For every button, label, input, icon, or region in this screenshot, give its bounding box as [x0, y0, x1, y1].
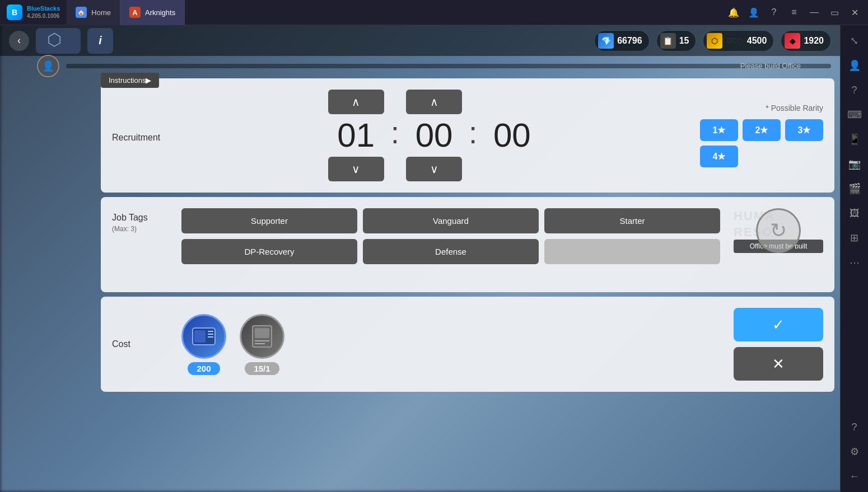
- minutes-value: 00: [406, 119, 462, 152]
- tags-grid: Supporter Vanguard Starter DP-Recovery D…: [181, 208, 720, 264]
- main-content: Instructions▶ Recruitment ∧ 01 ∨ : ∧ 00 …: [101, 78, 834, 481]
- tab-arknights[interactable]: A Arknights: [120, 0, 185, 25]
- tag-supporter-btn[interactable]: Supporter: [181, 208, 357, 233]
- notification-btn[interactable]: 🔔: [725, 3, 743, 21]
- tab-arknights-label: Arknights: [145, 8, 175, 17]
- timer-display: ∧ 01 ∨ : ∧ 00 ∨ : 00: [181, 90, 687, 181]
- restore-btn[interactable]: ▭: [825, 3, 843, 21]
- minutes-up-btn[interactable]: ∧: [406, 90, 462, 114]
- game-home-btn[interactable]: [36, 28, 81, 54]
- game-info-btn[interactable]: i: [87, 28, 113, 54]
- minimize-btn[interactable]: —: [805, 3, 823, 21]
- recruitment-label-group: Recruitment: [112, 128, 168, 143]
- confirm-icon: ✓: [772, 316, 785, 334]
- cancel-icon: ✕: [772, 355, 785, 373]
- action-buttons: ✓ ✕: [734, 308, 823, 381]
- bs-app-icon: B: [7, 4, 22, 20]
- keyboard-btn[interactable]: ⌨: [843, 104, 866, 126]
- player-avatar: 👤: [37, 55, 59, 77]
- cost-label: Cost: [112, 339, 168, 349]
- jobtags-sublabel: (Max: 3): [112, 225, 168, 233]
- sanity-value: 66796: [617, 36, 642, 46]
- hours-up-btn[interactable]: ∧: [328, 90, 384, 114]
- ticket-icon: [181, 314, 226, 359]
- recruit-icon: 📋: [660, 33, 676, 49]
- help-btn[interactable]: ?: [765, 3, 783, 21]
- tab-home-label: Home: [91, 8, 111, 17]
- tag-empty-slot: [544, 239, 720, 264]
- exp-bar: [66, 64, 831, 68]
- minutes-down-btn[interactable]: ∨: [406, 157, 462, 181]
- gem-icon: ◆: [785, 33, 800, 49]
- jobtags-panel: Job Tags (Max: 3) Supporter Vanguard Sta…: [101, 197, 834, 292]
- recruit-resource: 📋 15: [656, 30, 697, 51]
- rarity-4star-btn[interactable]: 4★: [700, 146, 738, 167]
- sidebar-settings-btn[interactable]: ⚙: [843, 441, 866, 463]
- tag-starter-btn[interactable]: Starter: [544, 208, 720, 233]
- cost-items: 200 15/1: [181, 314, 720, 375]
- cost-item-ticket: 200: [181, 314, 226, 375]
- tag-vanguard-btn[interactable]: Vanguard: [363, 208, 539, 233]
- sidebar-question-btn[interactable]: ?: [843, 416, 866, 438]
- permit-icon: [240, 314, 284, 359]
- hr-refresh-icon[interactable]: [756, 208, 801, 253]
- colon-1: :: [391, 115, 399, 151]
- cancel-button[interactable]: ✕: [734, 347, 823, 381]
- more-btn[interactable]: ⋯: [843, 251, 866, 274]
- progress-area: 👤 Please build Office: [28, 56, 840, 76]
- close-btn[interactable]: ✕: [846, 3, 864, 21]
- please-build-text: Please build Office: [740, 62, 801, 70]
- tag-dp-recovery-btn[interactable]: DP-Recovery: [181, 239, 357, 264]
- layers-btn[interactable]: ⊞: [843, 227, 866, 249]
- hours-down-btn[interactable]: ∨: [328, 157, 384, 181]
- orundum-resource: ⬡ DC⬡ 4500: [703, 30, 774, 51]
- rarity-1star-btn[interactable]: 1★: [700, 119, 738, 141]
- recruit-value: 15: [679, 36, 689, 46]
- window-controls: 🔔 👤 ? ≡ — ▭ ✕: [725, 3, 868, 21]
- seconds-value: 00: [484, 119, 540, 152]
- recruitment-label: Recruitment: [112, 133, 168, 143]
- ticket-value: 200: [188, 362, 220, 375]
- cost-panel: Cost 200: [101, 297, 834, 392]
- colon-2: :: [469, 115, 477, 151]
- sidebar-account-btn[interactable]: 👤: [843, 54, 866, 77]
- record-btn[interactable]: 🎬: [843, 177, 866, 200]
- rarity-title: * Possible Rarity: [700, 104, 823, 113]
- jobtags-label: Job Tags: [112, 213, 168, 223]
- screenshot-btn[interactable]: 📷: [843, 153, 866, 175]
- tab-home[interactable]: 🏠 Home: [67, 0, 120, 25]
- sidebar-back-btn[interactable]: ←: [843, 465, 866, 488]
- mobile-view-btn[interactable]: 📱: [843, 128, 866, 151]
- hr-icon-area: HUMARESO Office must be built: [734, 208, 823, 253]
- minutes-group: ∧ 00 ∨: [406, 90, 462, 181]
- permit-value: 15/1: [245, 362, 279, 375]
- gallery-btn[interactable]: 🖼: [843, 202, 866, 224]
- game-back-btn[interactable]: ‹: [9, 31, 29, 51]
- home-hexagon-icon: [47, 30, 69, 52]
- rarity-grid: 1★ 2★ 3★ 4★: [700, 119, 823, 167]
- account-btn[interactable]: 👤: [745, 3, 763, 21]
- sidebar-help-btn[interactable]: ?: [843, 79, 866, 101]
- cost-item-permit: 15/1: [240, 314, 284, 375]
- orundum-value: 4500: [747, 36, 767, 46]
- rarity-3star-btn[interactable]: 3★: [785, 119, 823, 141]
- recruitment-panel: Recruitment ∧ 01 ∨ : ∧ 00 ∨ : 00 * Possi…: [101, 78, 834, 193]
- tag-defense-btn[interactable]: Defense: [363, 239, 539, 264]
- gem-resource: ◆ 1920: [781, 30, 831, 51]
- sanity-icon: 💎: [598, 33, 614, 49]
- gem-value: 1920: [804, 36, 824, 46]
- menu-btn[interactable]: ≡: [785, 3, 803, 21]
- titlebar: B BlueStacks4.205.0.1006 🏠 Home A Arknig…: [0, 0, 868, 25]
- tab-arknights-icon: A: [129, 7, 141, 18]
- right-sidebar: ⤡ 👤 ? ⌨ 📱 📷 🎬 🖼 ⊞ ⋯ ? ⚙ ←: [840, 25, 868, 492]
- fullscreen-btn[interactable]: ⤡: [843, 30, 866, 52]
- bs-app-name: BlueStacks4.205.0.1006: [27, 5, 60, 20]
- hours-group: ∧ 01 ∨: [328, 90, 384, 181]
- rarity-2star-btn[interactable]: 2★: [743, 119, 781, 141]
- jobtags-label-group: Job Tags (Max: 3): [112, 208, 168, 233]
- orundum-icon: ⬡: [707, 33, 722, 49]
- rarity-section: * Possible Rarity 1★ 2★ 3★ 4★: [700, 104, 823, 167]
- tab-home-icon: 🏠: [76, 7, 87, 18]
- confirm-button[interactable]: ✓: [734, 308, 823, 341]
- sanity-resource: 💎 66796: [594, 30, 650, 51]
